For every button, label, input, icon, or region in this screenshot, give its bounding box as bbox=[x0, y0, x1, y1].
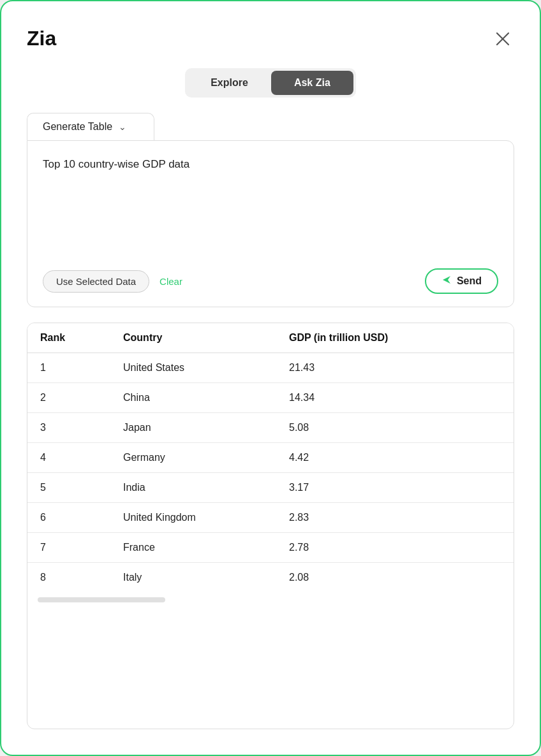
table-row: 7 France 2.78 bbox=[27, 533, 514, 563]
generate-tab-button[interactable]: Generate Table ⌄ bbox=[27, 113, 154, 140]
cell-gdp: 2.83 bbox=[276, 503, 514, 533]
tab-group: Explore Ask Zia bbox=[185, 68, 356, 98]
table-row: 1 United States 21.43 bbox=[27, 353, 514, 383]
table-row: 8 Italy 2.08 bbox=[27, 563, 514, 593]
input-card: Use Selected Data Clear Send bbox=[27, 140, 514, 307]
table-card: Rank Country GDP (in trillion USD) 1 Uni… bbox=[27, 323, 514, 729]
cell-gdp: 14.34 bbox=[276, 383, 514, 413]
generate-tab-label: Generate Table bbox=[43, 121, 112, 133]
cell-country: United Kingdom bbox=[110, 503, 276, 533]
table-row: 3 Japan 5.08 bbox=[27, 413, 514, 443]
close-button[interactable] bbox=[491, 27, 514, 50]
left-actions: Use Selected Data Clear bbox=[43, 270, 182, 293]
table-container: Rank Country GDP (in trillion USD) 1 Uni… bbox=[27, 323, 514, 607]
cell-country: China bbox=[110, 383, 276, 413]
input-actions: Use Selected Data Clear Send bbox=[43, 268, 498, 294]
cell-gdp: 4.42 bbox=[276, 443, 514, 473]
table-row: 2 China 14.34 bbox=[27, 383, 514, 413]
cell-gdp: 3.17 bbox=[276, 473, 514, 503]
header-country: Country bbox=[110, 323, 276, 353]
gdp-table: Rank Country GDP (in trillion USD) 1 Uni… bbox=[27, 323, 514, 592]
tab-bar: Explore Ask Zia bbox=[27, 68, 514, 98]
cell-country: United States bbox=[110, 353, 276, 383]
dialog-header: Zia bbox=[27, 27, 514, 50]
generate-tab-area: Generate Table ⌄ bbox=[27, 113, 514, 140]
horizontal-scrollbar[interactable] bbox=[38, 597, 165, 602]
table-body: 1 United States 21.43 2 China 14.34 3 Ja… bbox=[27, 353, 514, 593]
chevron-down-icon: ⌄ bbox=[119, 122, 126, 132]
cell-country: Italy bbox=[110, 563, 276, 593]
tab-ask-zia[interactable]: Ask Zia bbox=[271, 71, 353, 95]
cell-rank: 6 bbox=[27, 503, 110, 533]
cell-country: India bbox=[110, 473, 276, 503]
tab-explore[interactable]: Explore bbox=[188, 71, 271, 95]
query-input[interactable] bbox=[43, 156, 498, 258]
send-label: Send bbox=[457, 275, 482, 287]
cell-country: France bbox=[110, 533, 276, 563]
cell-rank: 5 bbox=[27, 473, 110, 503]
cell-country: Germany bbox=[110, 443, 276, 473]
cell-rank: 8 bbox=[27, 563, 110, 593]
cell-rank: 2 bbox=[27, 383, 110, 413]
send-button[interactable]: Send bbox=[425, 268, 498, 294]
table-row: 4 Germany 4.42 bbox=[27, 443, 514, 473]
cell-rank: 3 bbox=[27, 413, 110, 443]
table-row: 6 United Kingdom 2.83 bbox=[27, 503, 514, 533]
cell-rank: 7 bbox=[27, 533, 110, 563]
clear-button[interactable]: Clear bbox=[159, 276, 182, 287]
table-wrapper[interactable]: Rank Country GDP (in trillion USD) 1 Uni… bbox=[27, 323, 514, 592]
cell-gdp: 21.43 bbox=[276, 353, 514, 383]
cell-gdp: 2.78 bbox=[276, 533, 514, 563]
cell-gdp: 5.08 bbox=[276, 413, 514, 443]
dialog-title: Zia bbox=[27, 27, 56, 50]
header-rank: Rank bbox=[27, 323, 110, 353]
send-icon bbox=[441, 275, 452, 287]
header-gdp: GDP (in trillion USD) bbox=[276, 323, 514, 353]
use-selected-data-button[interactable]: Use Selected Data bbox=[43, 270, 149, 293]
cell-gdp: 2.08 bbox=[276, 563, 514, 593]
table-row: 5 India 3.17 bbox=[27, 473, 514, 503]
header-row: Rank Country GDP (in trillion USD) bbox=[27, 323, 514, 353]
close-icon bbox=[496, 32, 510, 46]
cell-rank: 4 bbox=[27, 443, 110, 473]
main-dialog: Zia Explore Ask Zia Generate Table ⌄ Use… bbox=[0, 0, 541, 756]
table-header: Rank Country GDP (in trillion USD) bbox=[27, 323, 514, 353]
cell-country: Japan bbox=[110, 413, 276, 443]
cell-rank: 1 bbox=[27, 353, 110, 383]
